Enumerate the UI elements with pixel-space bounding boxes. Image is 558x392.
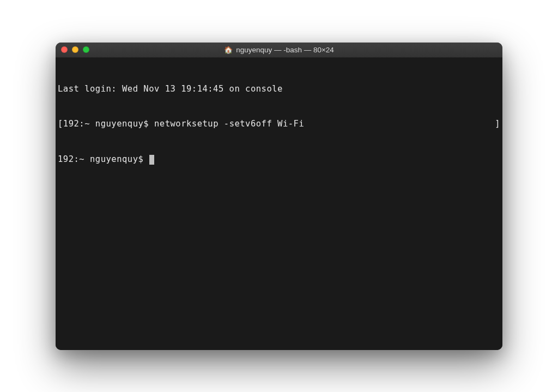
prompt: 192:~ nguyenquy$ xyxy=(63,119,154,129)
entered-command: networksetup -setv6off Wi-Fi xyxy=(154,119,304,129)
terminal-window: 🏠 nguyenquy — -bash — 80×24 Last login: … xyxy=(56,43,502,350)
bracket-close: ] xyxy=(495,118,500,130)
terminal-body[interactable]: Last login: Wed Nov 13 19:14:45 on conso… xyxy=(56,58,502,350)
minimize-button[interactable] xyxy=(72,46,78,53)
bracket-open: [ xyxy=(58,119,63,129)
home-icon: 🏠 xyxy=(224,46,233,53)
terminal-line-prompt: 192:~ nguyenquy$ xyxy=(58,154,500,165)
close-button[interactable] xyxy=(61,46,68,53)
window-title: 🏠 nguyenquy — -bash — 80×24 xyxy=(56,46,502,54)
terminal-line-motd: Last login: Wed Nov 13 19:14:45 on conso… xyxy=(58,83,500,95)
zoom-button[interactable] xyxy=(83,46,89,53)
traffic-lights xyxy=(56,46,89,53)
cursor xyxy=(149,155,154,165)
terminal-line-command: [192:~ nguyenquy$ networksetup -setv6off… xyxy=(58,118,500,130)
window-titlebar[interactable]: 🏠 nguyenquy — -bash — 80×24 xyxy=(56,43,502,58)
window-title-text: nguyenquy — -bash — 80×24 xyxy=(236,46,334,54)
prompt: 192:~ nguyenquy$ xyxy=(58,154,149,164)
